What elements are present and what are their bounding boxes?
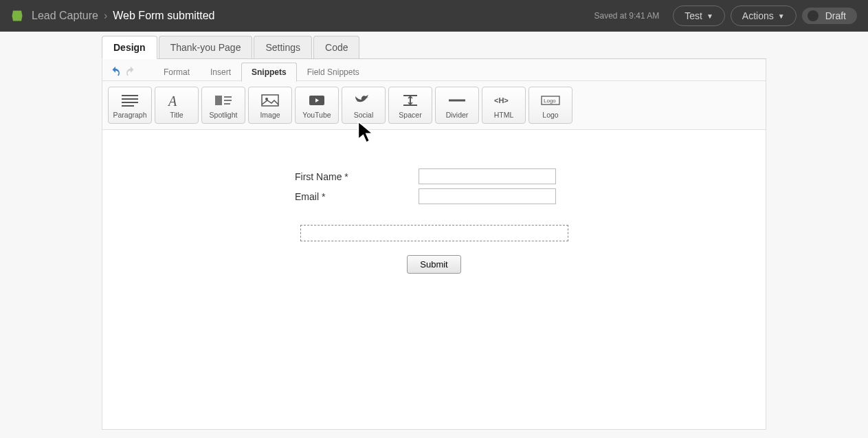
snippet-html[interactable]: <H> HTML — [482, 87, 526, 124]
snippet-spacer[interactable]: Spacer — [388, 87, 432, 124]
snippet-toolbar: Paragraph A Title Spotlight Image YouTub… — [102, 81, 766, 130]
email-input[interactable] — [419, 188, 556, 204]
spotlight-icon — [212, 92, 234, 109]
snippet-label: Social — [354, 111, 374, 119]
main-tab-bar: Design Thank-you Page Settings Code — [102, 36, 868, 59]
editor-panel: Format Insert Snippets Field Snippets Pa… — [102, 58, 766, 430]
tab-settings[interactable]: Settings — [254, 36, 312, 59]
redo-icon[interactable] — [124, 66, 137, 78]
submit-button[interactable]: Submit — [407, 255, 460, 274]
tab-thank-you[interactable]: Thank-you Page — [159, 36, 253, 59]
image-icon — [259, 92, 281, 109]
breadcrumb-parent[interactable]: Lead Capture — [32, 10, 98, 22]
subtab-field-snippets[interactable]: Field Snippets — [297, 63, 370, 82]
saved-timestamp: Saved at 9:41 AM — [594, 11, 660, 21]
chevron-down-icon: ▼ — [706, 12, 713, 20]
subtab-snippets[interactable]: Snippets — [241, 63, 297, 82]
app-logo-icon — [11, 10, 23, 22]
snippet-label: Logo — [542, 111, 558, 119]
html-icon: <H> — [493, 92, 515, 109]
snippet-image[interactable]: Image — [248, 87, 292, 124]
test-button[interactable]: Test ▼ — [673, 6, 725, 26]
chevron-down-icon: ▼ — [778, 12, 785, 20]
breadcrumb-separator: › — [104, 10, 107, 22]
paragraph-icon — [119, 92, 141, 109]
logo-icon: Logo — [539, 92, 561, 109]
actions-button-label: Actions — [742, 10, 774, 21]
snippet-youtube[interactable]: YouTube — [295, 87, 339, 124]
snippet-label: Title — [170, 111, 183, 119]
tab-design[interactable]: Design — [102, 36, 157, 59]
snippet-paragraph[interactable]: Paragraph — [108, 87, 152, 124]
app-header: Lead Capture › Web Form submitted Saved … — [0, 0, 868, 32]
snippet-label: HTML — [494, 111, 514, 119]
svg-rect-10 — [262, 95, 278, 106]
subtab-insert[interactable]: Insert — [200, 63, 241, 82]
svg-text:A: A — [167, 94, 177, 107]
divider-icon — [446, 92, 468, 109]
snippet-label: Spacer — [399, 111, 421, 119]
svg-text:<H>: <H> — [494, 96, 509, 105]
svg-text:Logo: Logo — [544, 98, 556, 104]
undo-icon[interactable] — [109, 66, 122, 78]
breadcrumb: Lead Capture › Web Form submitted — [32, 10, 594, 22]
snippet-drop-zone[interactable] — [300, 225, 568, 241]
tab-code[interactable]: Code — [313, 36, 359, 59]
snippet-label: Divider — [446, 111, 469, 119]
editor-toolbar: Format Insert Snippets Field Snippets — [102, 59, 766, 81]
social-bird-icon — [353, 92, 375, 109]
snippet-divider[interactable]: Divider — [435, 87, 479, 124]
snippet-label: Spotlight — [210, 111, 238, 119]
form-canvas[interactable]: First Name * Email * Submit — [102, 130, 766, 308]
test-button-label: Test — [685, 10, 702, 21]
first-name-label: First Name * — [295, 171, 419, 182]
svg-rect-6 — [215, 96, 222, 105]
snippet-label: Paragraph — [113, 111, 146, 119]
form-row-email: Email * — [295, 188, 697, 204]
title-icon: A — [166, 92, 188, 109]
page-title: Web Form submitted — [113, 10, 214, 22]
snippet-label: Image — [260, 111, 280, 119]
status-toggle-dot — [808, 10, 819, 21]
svg-marker-0 — [12, 11, 23, 21]
snippet-social[interactable]: Social — [342, 87, 386, 124]
spacer-icon — [399, 92, 421, 109]
status-label: Draft — [825, 10, 846, 21]
subtab-format[interactable]: Format — [153, 63, 200, 82]
snippet-title[interactable]: A Title — [155, 87, 199, 124]
first-name-input[interactable] — [419, 168, 556, 184]
actions-button[interactable]: Actions ▼ — [731, 6, 797, 26]
snippet-spotlight[interactable]: Spotlight — [201, 87, 245, 124]
snippet-label: YouTube — [302, 111, 331, 119]
youtube-icon — [306, 92, 328, 109]
status-badge[interactable]: Draft — [802, 8, 857, 24]
snippet-logo[interactable]: Logo Logo — [528, 87, 572, 124]
form-row-first-name: First Name * — [295, 168, 697, 184]
email-label: Email * — [295, 191, 419, 202]
